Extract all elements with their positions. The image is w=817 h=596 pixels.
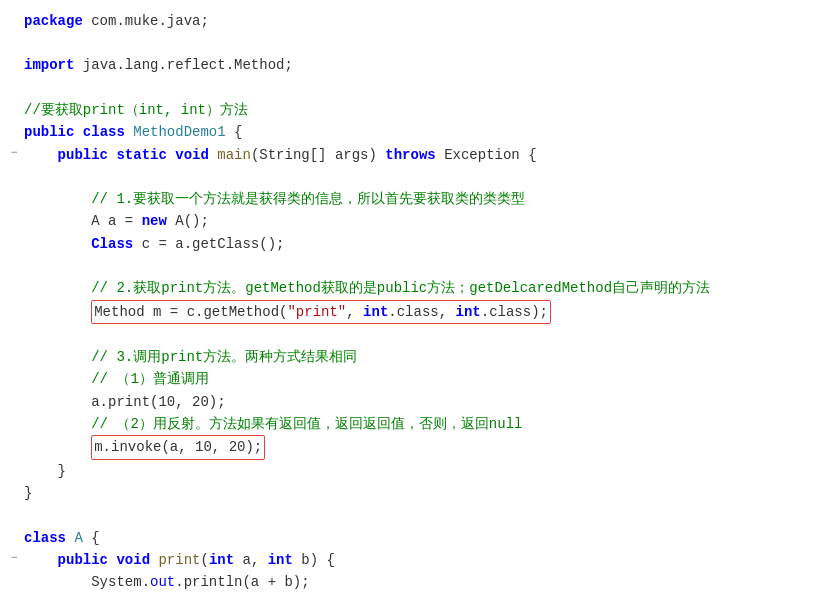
highlighted-box-1: Method m = c.getMethod("print", int.clas… <box>91 300 551 324</box>
code-line-2 <box>0 32 817 54</box>
code-line-21: } <box>0 460 817 482</box>
code-container: package com.muke.java; import java.lang.… <box>0 0 817 596</box>
code-line-10: A a = new A(); <box>0 210 817 232</box>
code-line-12 <box>0 255 817 277</box>
code-line-11-content: Class c = a.getClass(); <box>24 233 817 255</box>
code-line-26-content: System.out.println(a + b); <box>24 571 817 593</box>
code-line-18-content: a.print(10, 20); <box>24 391 817 413</box>
code-line-5: //要获取print（int, int）方法 <box>0 99 817 121</box>
code-line-19-content: // （2）用反射。方法如果有返回值，返回返回值，否则，返回null <box>24 413 817 435</box>
code-line-16: // 3.调用print方法。两种方式结果相同 <box>0 346 817 368</box>
code-line-23 <box>0 505 817 527</box>
code-line-9-content: // 1.要获取一个方法就是获得类的信息，所以首先要获取类的类类型 <box>24 188 817 210</box>
code-line-25-content: public void print(int a, int b) { <box>24 549 817 571</box>
code-line-10-content: A a = new A(); <box>24 210 817 232</box>
code-line-7-content: public static void main(String[] args) t… <box>24 144 817 166</box>
code-line-17-content: // （1）普通调用 <box>24 368 817 390</box>
code-line-15 <box>0 324 817 346</box>
code-line-22-content: } <box>24 482 817 504</box>
code-line-22: } <box>0 482 817 504</box>
code-line-13: // 2.获取print方法。getMethod获取的是public方法；get… <box>0 277 817 299</box>
line-indicator-7: − <box>8 144 20 163</box>
code-line-20-content: m.invoke(a, 10, 20); <box>24 435 817 459</box>
code-line-6: public class MethodDemo1 { <box>0 121 817 143</box>
code-line-5-content: //要获取print（int, int）方法 <box>24 99 817 121</box>
line-indicator-25: − <box>8 549 20 568</box>
code-line-24-content: class A { <box>24 527 817 549</box>
code-line-26: System.out.println(a + b); <box>0 571 817 593</box>
code-line-14: Method m = c.getMethod("print", int.clas… <box>0 300 817 324</box>
code-line-14-content: Method m = c.getMethod("print", int.clas… <box>24 300 817 324</box>
code-line-24: class A { <box>0 527 817 549</box>
code-line-3-content: import java.lang.reflect.Method; <box>24 54 817 76</box>
code-line-18: a.print(10, 20); <box>0 391 817 413</box>
code-line-21-content: } <box>24 460 817 482</box>
code-line-1: package com.muke.java; <box>0 10 817 32</box>
code-line-9: // 1.要获取一个方法就是获得类的信息，所以首先要获取类的类类型 <box>0 188 817 210</box>
code-line-4 <box>0 77 817 99</box>
code-line-1-content: package com.muke.java; <box>24 10 817 32</box>
highlighted-box-2: m.invoke(a, 10, 20); <box>91 435 265 459</box>
code-line-19: // （2）用反射。方法如果有返回值，返回返回值，否则，返回null <box>0 413 817 435</box>
code-line-16-content: // 3.调用print方法。两种方式结果相同 <box>24 346 817 368</box>
code-line-13-content: // 2.获取print方法。getMethod获取的是public方法；get… <box>24 277 817 299</box>
code-line-7: − public static void main(String[] args)… <box>0 144 817 166</box>
code-line-3: import java.lang.reflect.Method; <box>0 54 817 76</box>
code-line-8 <box>0 166 817 188</box>
code-line-11: Class c = a.getClass(); <box>0 233 817 255</box>
code-line-25: − public void print(int a, int b) { <box>0 549 817 571</box>
code-line-20: m.invoke(a, 10, 20); <box>0 435 817 459</box>
code-line-17: // （1）普通调用 <box>0 368 817 390</box>
code-line-6-content: public class MethodDemo1 { <box>24 121 817 143</box>
